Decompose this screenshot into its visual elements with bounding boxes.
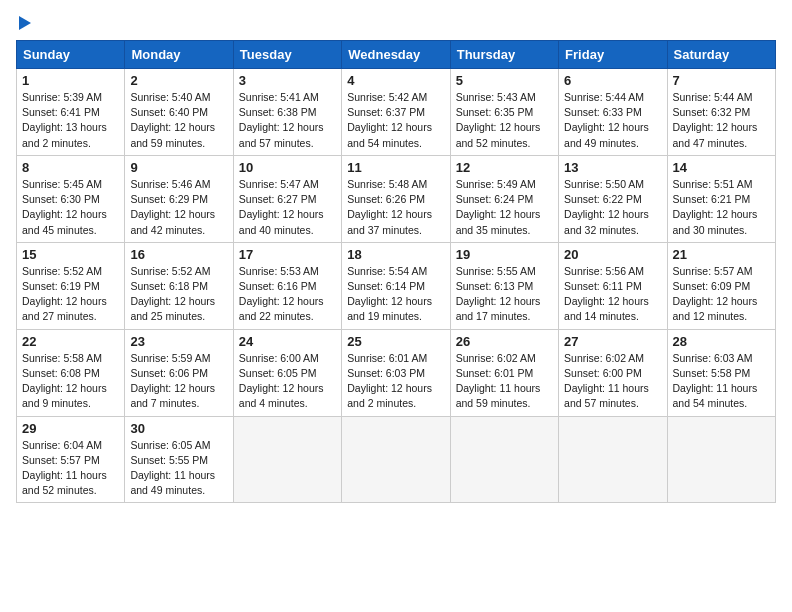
calendar-week-row: 22Sunrise: 5:58 AMSunset: 6:08 PMDayligh… <box>17 329 776 416</box>
day-number: 30 <box>130 421 227 436</box>
calendar-day-cell: 24Sunrise: 6:00 AMSunset: 6:05 PMDayligh… <box>233 329 341 416</box>
day-info: Sunrise: 5:44 AMSunset: 6:32 PMDaylight:… <box>673 90 770 151</box>
weekday-header-tuesday: Tuesday <box>233 41 341 69</box>
page-header <box>16 16 776 30</box>
calendar-day-cell: 13Sunrise: 5:50 AMSunset: 6:22 PMDayligh… <box>559 155 667 242</box>
calendar-week-row: 8Sunrise: 5:45 AMSunset: 6:30 PMDaylight… <box>17 155 776 242</box>
calendar-day-cell: 1Sunrise: 5:39 AMSunset: 6:41 PMDaylight… <box>17 69 125 156</box>
day-info: Sunrise: 5:40 AMSunset: 6:40 PMDaylight:… <box>130 90 227 151</box>
day-info: Sunrise: 5:57 AMSunset: 6:09 PMDaylight:… <box>673 264 770 325</box>
calendar-day-cell: 22Sunrise: 5:58 AMSunset: 6:08 PMDayligh… <box>17 329 125 416</box>
day-number: 3 <box>239 73 336 88</box>
day-info: Sunrise: 6:04 AMSunset: 5:57 PMDaylight:… <box>22 438 119 499</box>
weekday-header-friday: Friday <box>559 41 667 69</box>
calendar-table: SundayMondayTuesdayWednesdayThursdayFrid… <box>16 40 776 503</box>
day-number: 5 <box>456 73 553 88</box>
day-info: Sunrise: 5:53 AMSunset: 6:16 PMDaylight:… <box>239 264 336 325</box>
day-number: 20 <box>564 247 661 262</box>
calendar-day-cell: 16Sunrise: 5:52 AMSunset: 6:18 PMDayligh… <box>125 242 233 329</box>
weekday-header-sunday: Sunday <box>17 41 125 69</box>
day-number: 28 <box>673 334 770 349</box>
calendar-day-cell: 7Sunrise: 5:44 AMSunset: 6:32 PMDaylight… <box>667 69 775 156</box>
day-number: 12 <box>456 160 553 175</box>
day-info: Sunrise: 6:01 AMSunset: 6:03 PMDaylight:… <box>347 351 444 412</box>
day-number: 27 <box>564 334 661 349</box>
calendar-day-cell: 29Sunrise: 6:04 AMSunset: 5:57 PMDayligh… <box>17 416 125 503</box>
day-number: 9 <box>130 160 227 175</box>
calendar-day-cell <box>233 416 341 503</box>
calendar-day-cell: 23Sunrise: 5:59 AMSunset: 6:06 PMDayligh… <box>125 329 233 416</box>
calendar-day-cell: 11Sunrise: 5:48 AMSunset: 6:26 PMDayligh… <box>342 155 450 242</box>
logo-text <box>16 16 31 30</box>
calendar-day-cell: 10Sunrise: 5:47 AMSunset: 6:27 PMDayligh… <box>233 155 341 242</box>
calendar-day-cell: 17Sunrise: 5:53 AMSunset: 6:16 PMDayligh… <box>233 242 341 329</box>
weekday-header-wednesday: Wednesday <box>342 41 450 69</box>
day-number: 6 <box>564 73 661 88</box>
calendar-day-cell: 4Sunrise: 5:42 AMSunset: 6:37 PMDaylight… <box>342 69 450 156</box>
day-info: Sunrise: 5:55 AMSunset: 6:13 PMDaylight:… <box>456 264 553 325</box>
calendar-day-cell: 9Sunrise: 5:46 AMSunset: 6:29 PMDaylight… <box>125 155 233 242</box>
calendar-header-row: SundayMondayTuesdayWednesdayThursdayFrid… <box>17 41 776 69</box>
logo <box>16 16 31 30</box>
calendar-day-cell: 19Sunrise: 5:55 AMSunset: 6:13 PMDayligh… <box>450 242 558 329</box>
day-info: Sunrise: 5:42 AMSunset: 6:37 PMDaylight:… <box>347 90 444 151</box>
day-info: Sunrise: 6:05 AMSunset: 5:55 PMDaylight:… <box>130 438 227 499</box>
calendar-day-cell: 27Sunrise: 6:02 AMSunset: 6:00 PMDayligh… <box>559 329 667 416</box>
day-number: 13 <box>564 160 661 175</box>
calendar-week-row: 29Sunrise: 6:04 AMSunset: 5:57 PMDayligh… <box>17 416 776 503</box>
day-number: 16 <box>130 247 227 262</box>
day-number: 8 <box>22 160 119 175</box>
day-number: 11 <box>347 160 444 175</box>
calendar-day-cell: 20Sunrise: 5:56 AMSunset: 6:11 PMDayligh… <box>559 242 667 329</box>
calendar-day-cell: 28Sunrise: 6:03 AMSunset: 5:58 PMDayligh… <box>667 329 775 416</box>
calendar-day-cell <box>342 416 450 503</box>
day-info: Sunrise: 6:00 AMSunset: 6:05 PMDaylight:… <box>239 351 336 412</box>
day-info: Sunrise: 5:56 AMSunset: 6:11 PMDaylight:… <box>564 264 661 325</box>
calendar-day-cell: 26Sunrise: 6:02 AMSunset: 6:01 PMDayligh… <box>450 329 558 416</box>
calendar-day-cell: 3Sunrise: 5:41 AMSunset: 6:38 PMDaylight… <box>233 69 341 156</box>
calendar-week-row: 15Sunrise: 5:52 AMSunset: 6:19 PMDayligh… <box>17 242 776 329</box>
calendar-day-cell: 8Sunrise: 5:45 AMSunset: 6:30 PMDaylight… <box>17 155 125 242</box>
day-info: Sunrise: 5:50 AMSunset: 6:22 PMDaylight:… <box>564 177 661 238</box>
day-number: 22 <box>22 334 119 349</box>
day-number: 1 <box>22 73 119 88</box>
day-info: Sunrise: 5:52 AMSunset: 6:18 PMDaylight:… <box>130 264 227 325</box>
day-info: Sunrise: 6:02 AMSunset: 6:00 PMDaylight:… <box>564 351 661 412</box>
day-number: 21 <box>673 247 770 262</box>
calendar-day-cell: 6Sunrise: 5:44 AMSunset: 6:33 PMDaylight… <box>559 69 667 156</box>
day-info: Sunrise: 5:49 AMSunset: 6:24 PMDaylight:… <box>456 177 553 238</box>
day-info: Sunrise: 5:58 AMSunset: 6:08 PMDaylight:… <box>22 351 119 412</box>
day-info: Sunrise: 5:47 AMSunset: 6:27 PMDaylight:… <box>239 177 336 238</box>
day-info: Sunrise: 5:39 AMSunset: 6:41 PMDaylight:… <box>22 90 119 151</box>
day-info: Sunrise: 5:45 AMSunset: 6:30 PMDaylight:… <box>22 177 119 238</box>
logo-arrow-icon <box>19 16 31 30</box>
day-number: 14 <box>673 160 770 175</box>
day-number: 7 <box>673 73 770 88</box>
weekday-header-monday: Monday <box>125 41 233 69</box>
calendar-day-cell <box>450 416 558 503</box>
calendar-day-cell <box>559 416 667 503</box>
day-info: Sunrise: 5:43 AMSunset: 6:35 PMDaylight:… <box>456 90 553 151</box>
calendar-day-cell: 2Sunrise: 5:40 AMSunset: 6:40 PMDaylight… <box>125 69 233 156</box>
day-number: 19 <box>456 247 553 262</box>
weekday-header-thursday: Thursday <box>450 41 558 69</box>
day-number: 24 <box>239 334 336 349</box>
calendar-day-cell: 5Sunrise: 5:43 AMSunset: 6:35 PMDaylight… <box>450 69 558 156</box>
calendar-day-cell <box>667 416 775 503</box>
day-number: 17 <box>239 247 336 262</box>
day-number: 26 <box>456 334 553 349</box>
calendar-day-cell: 18Sunrise: 5:54 AMSunset: 6:14 PMDayligh… <box>342 242 450 329</box>
day-info: Sunrise: 6:02 AMSunset: 6:01 PMDaylight:… <box>456 351 553 412</box>
day-info: Sunrise: 6:03 AMSunset: 5:58 PMDaylight:… <box>673 351 770 412</box>
day-info: Sunrise: 5:48 AMSunset: 6:26 PMDaylight:… <box>347 177 444 238</box>
day-number: 2 <box>130 73 227 88</box>
day-number: 4 <box>347 73 444 88</box>
day-number: 10 <box>239 160 336 175</box>
calendar-day-cell: 30Sunrise: 6:05 AMSunset: 5:55 PMDayligh… <box>125 416 233 503</box>
calendar-day-cell: 15Sunrise: 5:52 AMSunset: 6:19 PMDayligh… <box>17 242 125 329</box>
day-info: Sunrise: 5:44 AMSunset: 6:33 PMDaylight:… <box>564 90 661 151</box>
day-info: Sunrise: 5:52 AMSunset: 6:19 PMDaylight:… <box>22 264 119 325</box>
day-info: Sunrise: 5:51 AMSunset: 6:21 PMDaylight:… <box>673 177 770 238</box>
day-info: Sunrise: 5:59 AMSunset: 6:06 PMDaylight:… <box>130 351 227 412</box>
day-number: 15 <box>22 247 119 262</box>
